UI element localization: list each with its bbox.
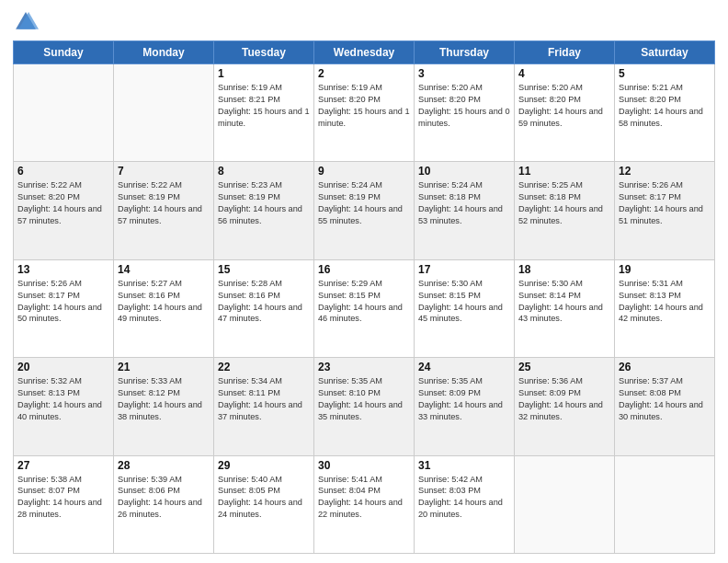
day-number: 3: [418, 67, 510, 80]
calendar-cell: 4Sunrise: 5:20 AMSunset: 8:20 PMDaylight…: [515, 64, 615, 162]
calendar-cell: [515, 455, 615, 553]
day-number: 27: [17, 459, 109, 472]
day-header-monday: Monday: [114, 41, 214, 64]
day-number: 7: [118, 165, 210, 178]
day-number: 29: [218, 459, 310, 472]
day-number: 17: [418, 263, 510, 276]
page: SundayMondayTuesdayWednesdayThursdayFrid…: [0, 0, 728, 563]
day-header-saturday: Saturday: [615, 41, 715, 64]
calendar-cell: 24Sunrise: 5:35 AMSunset: 8:09 PMDayligh…: [415, 358, 515, 455]
day-info: Sunrise: 5:20 AMSunset: 8:20 PMDaylight:…: [418, 82, 510, 130]
day-number: 25: [518, 361, 610, 373]
logo: [13, 9, 42, 35]
day-info: Sunrise: 5:24 AMSunset: 8:19 PMDaylight:…: [318, 179, 410, 227]
calendar-cell: 28Sunrise: 5:39 AMSunset: 8:06 PMDayligh…: [114, 455, 214, 553]
day-info: Sunrise: 5:27 AMSunset: 8:16 PMDaylight:…: [118, 278, 210, 326]
day-info: Sunrise: 5:40 AMSunset: 8:05 PMDaylight:…: [218, 474, 310, 522]
day-header-sunday: Sunday: [14, 41, 114, 64]
day-number: 14: [118, 263, 210, 276]
calendar-cell: 9Sunrise: 5:24 AMSunset: 8:19 PMDaylight…: [314, 162, 415, 259]
day-number: 11: [518, 165, 610, 178]
day-info: Sunrise: 5:34 AMSunset: 8:11 PMDaylight:…: [218, 375, 310, 423]
day-info: Sunrise: 5:26 AMSunset: 8:17 PMDaylight:…: [619, 179, 711, 227]
day-info: Sunrise: 5:39 AMSunset: 8:06 PMDaylight:…: [118, 474, 210, 522]
calendar-cell: 11Sunrise: 5:25 AMSunset: 8:18 PMDayligh…: [515, 162, 615, 259]
day-number: 15: [218, 263, 310, 276]
calendar-week-row: 1Sunrise: 5:19 AMSunset: 8:21 PMDaylight…: [14, 64, 715, 162]
day-number: 23: [318, 361, 410, 373]
day-info: Sunrise: 5:20 AMSunset: 8:20 PMDaylight:…: [518, 82, 610, 130]
day-number: 2: [318, 67, 410, 80]
calendar-cell: 13Sunrise: 5:26 AMSunset: 8:17 PMDayligh…: [14, 259, 114, 357]
calendar-table: SundayMondayTuesdayWednesdayThursdayFrid…: [13, 40, 715, 554]
day-number: 18: [518, 263, 610, 276]
day-info: Sunrise: 5:42 AMSunset: 8:03 PMDaylight:…: [418, 474, 510, 522]
day-header-friday: Friday: [515, 41, 615, 64]
calendar-cell: 12Sunrise: 5:26 AMSunset: 8:17 PMDayligh…: [615, 162, 715, 259]
day-info: Sunrise: 5:25 AMSunset: 8:18 PMDaylight:…: [518, 179, 610, 227]
day-number: 6: [17, 165, 109, 178]
calendar-cell: 23Sunrise: 5:35 AMSunset: 8:10 PMDayligh…: [314, 358, 415, 455]
day-number: 26: [619, 361, 711, 373]
calendar-cell: 5Sunrise: 5:21 AMSunset: 8:20 PMDaylight…: [615, 64, 715, 162]
day-info: Sunrise: 5:28 AMSunset: 8:16 PMDaylight:…: [218, 278, 310, 326]
calendar-week-row: 27Sunrise: 5:38 AMSunset: 8:07 PMDayligh…: [14, 455, 715, 553]
calendar-cell: 1Sunrise: 5:19 AMSunset: 8:21 PMDaylight…: [214, 64, 314, 162]
calendar-week-row: 20Sunrise: 5:32 AMSunset: 8:13 PMDayligh…: [14, 358, 715, 455]
day-info: Sunrise: 5:33 AMSunset: 8:12 PMDaylight:…: [118, 375, 210, 423]
day-number: 5: [619, 67, 711, 80]
calendar-cell: [14, 64, 114, 162]
day-info: Sunrise: 5:35 AMSunset: 8:09 PMDaylight:…: [418, 375, 510, 423]
day-header-wednesday: Wednesday: [314, 41, 415, 64]
calendar-cell: 18Sunrise: 5:30 AMSunset: 8:14 PMDayligh…: [515, 259, 615, 357]
day-info: Sunrise: 5:21 AMSunset: 8:20 PMDaylight:…: [619, 82, 711, 130]
day-info: Sunrise: 5:30 AMSunset: 8:14 PMDaylight:…: [518, 278, 610, 326]
day-info: Sunrise: 5:38 AMSunset: 8:07 PMDaylight:…: [17, 474, 109, 522]
calendar-cell: 22Sunrise: 5:34 AMSunset: 8:11 PMDayligh…: [214, 358, 314, 455]
day-number: 12: [619, 165, 711, 178]
day-info: Sunrise: 5:31 AMSunset: 8:13 PMDaylight:…: [619, 278, 711, 326]
day-number: 9: [318, 165, 410, 178]
calendar-cell: 15Sunrise: 5:28 AMSunset: 8:16 PMDayligh…: [214, 259, 314, 357]
calendar-cell: 2Sunrise: 5:19 AMSunset: 8:20 PMDaylight…: [314, 64, 415, 162]
day-info: Sunrise: 5:32 AMSunset: 8:13 PMDaylight:…: [17, 375, 109, 423]
day-number: 28: [118, 459, 210, 472]
day-info: Sunrise: 5:19 AMSunset: 8:20 PMDaylight:…: [318, 82, 410, 130]
calendar-week-row: 6Sunrise: 5:22 AMSunset: 8:20 PMDaylight…: [14, 162, 715, 259]
calendar-cell: 20Sunrise: 5:32 AMSunset: 8:13 PMDayligh…: [14, 358, 114, 455]
day-info: Sunrise: 5:24 AMSunset: 8:18 PMDaylight:…: [418, 179, 510, 227]
day-info: Sunrise: 5:37 AMSunset: 8:08 PMDaylight:…: [619, 375, 711, 423]
calendar-cell: [114, 64, 214, 162]
calendar-cell: 14Sunrise: 5:27 AMSunset: 8:16 PMDayligh…: [114, 259, 214, 357]
header: [13, 9, 715, 35]
calendar-cell: 7Sunrise: 5:22 AMSunset: 8:19 PMDaylight…: [114, 162, 214, 259]
calendar-cell: 29Sunrise: 5:40 AMSunset: 8:05 PMDayligh…: [214, 455, 314, 553]
day-number: 22: [218, 361, 310, 373]
day-number: 20: [17, 361, 109, 373]
day-info: Sunrise: 5:26 AMSunset: 8:17 PMDaylight:…: [17, 278, 109, 326]
day-info: Sunrise: 5:29 AMSunset: 8:15 PMDaylight:…: [318, 278, 410, 326]
calendar-cell: 26Sunrise: 5:37 AMSunset: 8:08 PMDayligh…: [615, 358, 715, 455]
calendar-cell: 17Sunrise: 5:30 AMSunset: 8:15 PMDayligh…: [415, 259, 515, 357]
calendar-cell: 25Sunrise: 5:36 AMSunset: 8:09 PMDayligh…: [515, 358, 615, 455]
calendar-cell: 19Sunrise: 5:31 AMSunset: 8:13 PMDayligh…: [615, 259, 715, 357]
day-number: 30: [318, 459, 410, 472]
day-info: Sunrise: 5:35 AMSunset: 8:10 PMDaylight:…: [318, 375, 410, 423]
day-info: Sunrise: 5:22 AMSunset: 8:20 PMDaylight:…: [17, 179, 109, 227]
day-number: 13: [17, 263, 109, 276]
day-number: 4: [518, 67, 610, 80]
day-info: Sunrise: 5:36 AMSunset: 8:09 PMDaylight:…: [518, 375, 610, 423]
calendar-cell: 8Sunrise: 5:23 AMSunset: 8:19 PMDaylight…: [214, 162, 314, 259]
day-number: 19: [619, 263, 711, 276]
calendar-cell: [615, 455, 715, 553]
calendar-cell: 10Sunrise: 5:24 AMSunset: 8:18 PMDayligh…: [415, 162, 515, 259]
day-number: 10: [418, 165, 510, 178]
logo-icon: [13, 9, 39, 35]
day-info: Sunrise: 5:22 AMSunset: 8:19 PMDaylight:…: [118, 179, 210, 227]
calendar-cell: 31Sunrise: 5:42 AMSunset: 8:03 PMDayligh…: [415, 455, 515, 553]
calendar-cell: 27Sunrise: 5:38 AMSunset: 8:07 PMDayligh…: [14, 455, 114, 553]
day-number: 8: [218, 165, 310, 178]
calendar-cell: 6Sunrise: 5:22 AMSunset: 8:20 PMDaylight…: [14, 162, 114, 259]
day-header-thursday: Thursday: [415, 41, 515, 64]
day-number: 16: [318, 263, 410, 276]
